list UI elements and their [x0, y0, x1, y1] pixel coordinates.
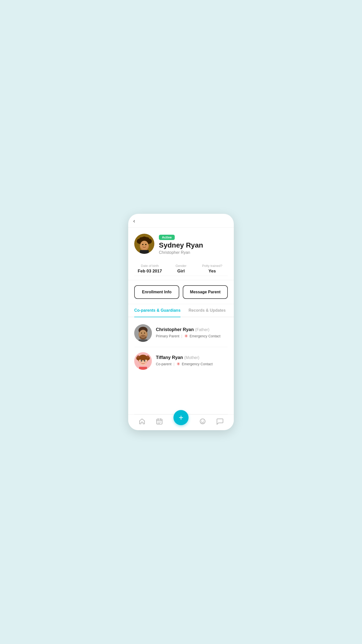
guardian-name-tiffany: Tiffany Ryan (Mother) [156, 355, 228, 360]
emergency-icon-tiffany: ✳ [176, 361, 180, 367]
action-buttons: Enrollment Info Message Parent [128, 280, 234, 304]
stat-gender-value: Girl [165, 269, 197, 274]
guardian-tags-christopher: Primary Parent | ✳ Emergency Contact [156, 333, 228, 339]
tabs: Co-parents & Guardians Records & Updates [128, 304, 234, 317]
svg-rect-34 [139, 367, 147, 370]
svg-point-8 [140, 241, 148, 249]
enrollment-info-button[interactable]: Enrollment Info [134, 285, 179, 299]
svg-point-43 [159, 423, 160, 424]
svg-point-28 [141, 360, 142, 361]
profile-top: Active Sydney Ryan Christopher Ryan [134, 234, 228, 255]
back-button[interactable]: ‹ [133, 218, 135, 224]
home-icon [139, 418, 146, 425]
guardian-name-christopher: Christopher Ryan (Father) [156, 327, 228, 332]
nav-messages[interactable] [216, 418, 223, 425]
svg-point-31 [145, 360, 145, 361]
svg-point-17 [141, 333, 142, 334]
svg-point-40 [159, 422, 160, 423]
emergency-icon-christopher: ✳ [184, 333, 188, 339]
profile-info: Active Sydney Ryan Christopher Ryan [159, 234, 228, 255]
guardian-tag1-christopher: Primary Parent [156, 334, 179, 338]
header: ‹ [128, 214, 234, 228]
svg-rect-11 [140, 250, 149, 254]
profile-section: Active Sydney Ryan Christopher Ryan Date… [128, 228, 234, 280]
svg-point-30 [142, 360, 142, 361]
guardian-tag1-tiffany: Co-parent [156, 362, 171, 366]
svg-point-46 [203, 421, 204, 422]
messages-icon [216, 418, 223, 425]
guardian-avatar-christopher [134, 324, 152, 342]
stat-gender-label: Gender [165, 264, 197, 268]
bottom-nav: + [128, 414, 234, 430]
guardian-info-christopher: Christopher Ryan (Father) Primary Parent… [156, 327, 228, 339]
nav-calendar[interactable] [156, 418, 163, 425]
svg-point-9 [142, 244, 144, 245]
svg-point-27 [139, 355, 147, 360]
tab-records[interactable]: Records & Updates [189, 304, 226, 317]
avatar [134, 234, 154, 254]
svg-point-41 [160, 422, 161, 423]
stats-row: Date of birth Feb 03 2017 Gender Girl Po… [134, 260, 228, 276]
guardian-list: Christopher Ryan (Father) Primary Parent… [128, 317, 234, 414]
fab-add-button[interactable]: + [173, 410, 189, 425]
guardian-item-tiffany[interactable]: Tiffany Ryan (Mother) Co-parent | ✳ Emer… [134, 347, 228, 375]
stat-potty: Potty trained? Yes [197, 264, 228, 274]
child-name: Sydney Ryan [159, 242, 228, 249]
separator: | [181, 334, 182, 338]
stat-gender: Gender Girl [165, 264, 197, 274]
separator-2: | [173, 362, 174, 366]
svg-point-7 [142, 236, 147, 241]
calendar-icon [156, 418, 163, 425]
svg-point-39 [158, 422, 159, 423]
parent-name-label: Christopher Ryan [159, 250, 228, 255]
stat-dob-value: Feb 03 2017 [134, 269, 165, 274]
guardian-tag2-christopher: Emergency Contact [190, 334, 220, 338]
tab-co-parents[interactable]: Co-parents & Guardians [134, 304, 180, 317]
guardian-tags-tiffany: Co-parent | ✳ Emergency Contact [156, 361, 228, 367]
svg-point-32 [139, 361, 141, 363]
status-badge: Active [159, 235, 175, 240]
stat-potty-value: Yes [197, 269, 228, 274]
guardian-info-tiffany: Tiffany Ryan (Mother) Co-parent | ✳ Emer… [156, 355, 228, 367]
svg-point-33 [145, 361, 147, 363]
message-parent-button[interactable]: Message Parent [183, 285, 228, 299]
stat-dob: Date of birth Feb 03 2017 [134, 264, 165, 274]
nav-child[interactable] [199, 418, 206, 425]
phone-screen: ‹ [128, 214, 234, 430]
nav-home[interactable] [139, 418, 146, 425]
guardian-avatar-tiffany [134, 352, 152, 370]
svg-point-45 [201, 421, 202, 422]
guardian-role-christopher: (Father) [195, 328, 209, 332]
stat-dob-label: Date of birth [134, 264, 165, 268]
child-icon [199, 418, 206, 425]
svg-point-10 [145, 244, 147, 245]
guardian-role-tiffany: (Mother) [184, 355, 199, 360]
stat-potty-label: Potty trained? [197, 264, 228, 268]
svg-point-29 [144, 360, 145, 361]
guardian-tag2-tiffany: Emergency Contact [182, 362, 213, 366]
svg-rect-20 [139, 339, 148, 342]
svg-point-42 [158, 423, 159, 424]
guardian-item-christopher[interactable]: Christopher Ryan (Father) Primary Parent… [134, 319, 228, 347]
svg-point-18 [144, 333, 145, 334]
